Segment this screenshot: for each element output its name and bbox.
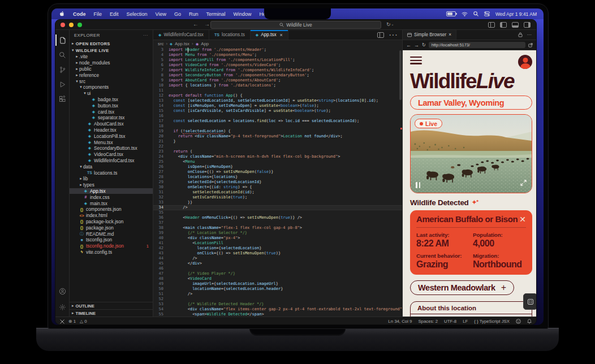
tree-folder-node_modules[interactable]: ▸node_modules [70, 60, 153, 66]
customize-layout-icon[interactable] [488, 22, 495, 28]
explorer-icon[interactable] [55, 33, 69, 47]
status-spaces[interactable]: Spaces: 2 [418, 319, 438, 324]
code-line-12[interactable]: 12export default function App() { [153, 93, 402, 98]
code-line-50[interactable]: 50 locationName={selectedLocation.header… [153, 287, 402, 292]
code-line-49[interactable]: 49 imageUrl={selectedLocation.imageUrl} [153, 281, 402, 287]
breadcrumb-item[interactable]: App [201, 41, 209, 46]
code-line-35[interactable]: 35 [153, 210, 402, 215]
menu-go[interactable]: Go [174, 11, 181, 17]
code-line-30[interactable]: 30 onSelect={(id: string) => { [153, 185, 402, 190]
pause-button[interactable] [416, 182, 420, 188]
code-line-22[interactable]: 22 [153, 144, 402, 149]
code-line-7[interactable]: 7import WildlifeInfoCard from './compone… [153, 68, 402, 73]
code-line-5[interactable]: 5import LocationPill from './components/… [153, 58, 402, 63]
code-line-39[interactable]: 39 {/* Location Selector */} [153, 231, 402, 236]
command-center-search[interactable]: Wildlife Live [210, 21, 381, 29]
history-forward-button[interactable]: → [204, 21, 210, 27]
toggle-secondary-sidebar-icon[interactable] [524, 22, 531, 28]
close-icon[interactable]: ✕ [519, 216, 526, 222]
live-video-card[interactable]: Live [410, 114, 532, 193]
code-line-23[interactable]: 23 return ( [153, 149, 402, 154]
tree-file-tsconfig.json[interactable]: ■tsconfig.json [70, 237, 153, 243]
code-line-4[interactable]: 4import Menu from './components/Menu'; [153, 53, 402, 58]
location-pill[interactable]: Lamar Valley, Wyoming [410, 96, 532, 110]
menu-window[interactable]: Window [233, 11, 251, 17]
tree-folder-public[interactable]: ▸public [70, 66, 153, 72]
editor-tab-App.tsx[interactable]: ◈App.tsx× [251, 30, 288, 40]
code-line-32[interactable]: 32 setIsCardVisible(true); [153, 195, 402, 200]
menu-file[interactable]: File [94, 11, 102, 17]
floating-editor-widget[interactable] [523, 293, 537, 310]
code-line-25[interactable]: 25 <Menu [153, 159, 402, 164]
browser-reload-icon[interactable]: ↻ [422, 42, 426, 47]
search-icon[interactable] [55, 47, 69, 62]
spotlight-search-icon[interactable] [473, 11, 478, 16]
code-line-38[interactable]: 38 <main className="flex-1 flex flex-col… [153, 226, 402, 231]
tree-folder-reference[interactable]: ▸reference [70, 72, 153, 78]
status-ln[interactable]: Ln 34, Col 9 [388, 319, 412, 324]
hamburger-menu-icon[interactable] [410, 57, 422, 64]
more-actions-icon[interactable]: ··· [527, 32, 532, 37]
wifi-icon[interactable] [462, 12, 468, 16]
code-line-17[interactable]: 17 const selectedLocation = locations.fi… [153, 119, 402, 124]
notifications-bell-icon[interactable] [527, 319, 532, 324]
account-icon[interactable] [55, 284, 69, 298]
feedback-icon[interactable] [516, 319, 521, 324]
code-line-31[interactable]: 31 setSelectedLocationId(id); [153, 190, 402, 195]
code-editor[interactable]: 3import Header from './components/Header… [153, 47, 402, 317]
tree-file-package-lock.json[interactable]: {}package-lock.json [70, 219, 153, 225]
code-line-6[interactable]: 6import VideoCard from './components/Vid… [153, 63, 402, 68]
tree-file-README.md[interactable]: ⓘREADME.md [70, 231, 153, 237]
code-line-51[interactable]: 51 /> [153, 292, 402, 297]
tree-folder-components[interactable]: ▾components [70, 84, 153, 90]
code-line-24[interactable]: 24 <div className="min-h-screen min-h-dv… [153, 154, 402, 159]
timeline-section[interactable]: ▸ TIMELINE [70, 309, 153, 317]
code-line-11[interactable]: 11 [153, 88, 402, 93]
tree-folder-ui[interactable]: ▾ui [70, 90, 153, 97]
problems-warnings[interactable]: △ 0 [80, 319, 87, 324]
tab-simple-browser[interactable]: Simple Browser × [403, 30, 456, 40]
toggle-panel-icon[interactable] [512, 22, 519, 28]
run-debug-icon[interactable] [55, 77, 69, 92]
code-line-9[interactable]: 9import AboutCard from './components/Abo… [153, 78, 402, 83]
tree-folder-lib[interactable]: ▸lib [70, 176, 153, 182]
browser-forward-icon[interactable]: → [414, 42, 419, 48]
avatar[interactable] [518, 55, 532, 69]
tree-file-SecondaryButton.tsx[interactable]: ◈SecondaryButton.tsx [70, 145, 153, 151]
split-editor-icon[interactable] [377, 32, 384, 38]
code-line-47[interactable]: 47 {/* Video Player */} [153, 271, 402, 276]
code-line-45[interactable]: 45 </div> [153, 261, 402, 266]
tree-file-VideoCard.tsx[interactable]: ◈VideoCard.tsx [70, 151, 153, 158]
control-center-icon[interactable] [484, 11, 490, 16]
next-species-pill[interactable]: Western Meadowlark + [410, 280, 514, 295]
code-line-15[interactable]: 15 const [isCardVisible, setIsCardVisibl… [153, 109, 402, 114]
tree-file-tsconfig.node.json[interactable]: {}tsconfig.node.json1 [70, 243, 153, 249]
tree-file-main.tsx[interactable]: ◈main.tsx [70, 200, 153, 206]
problems-errors[interactable]: ⊗ 1 [68, 319, 76, 324]
breadcrumb-item[interactable]: App.tsx [175, 41, 189, 46]
status-utf8[interactable]: UTF-8 [444, 319, 456, 324]
more-actions-icon[interactable]: ··· [389, 30, 398, 40]
tree-file-button.tsx[interactable]: ◈button.tsx [70, 102, 153, 109]
url-input[interactable]: http://localhost:5173/ [429, 42, 525, 48]
code-line-10[interactable]: 10import { locations } from './data/loca… [153, 83, 402, 88]
code-line-16[interactable]: 16 [153, 114, 402, 119]
code-line-41[interactable]: 41 <LocationPill [153, 241, 402, 246]
code-line-8[interactable]: 8import SecondaryButton from './componen… [153, 73, 402, 78]
tree-file-AboutCard.tsx[interactable]: ◈AboutCard.tsx [70, 121, 153, 127]
outline-section[interactable]: ▸ OUTLINE [70, 302, 153, 309]
code-line-21[interactable]: 21 } [153, 139, 402, 144]
tree-folder-data[interactable]: ▾data [70, 163, 153, 170]
close-window-button[interactable] [61, 23, 65, 27]
open-external-icon[interactable] [528, 43, 533, 47]
tree-file-locations.ts[interactable]: TSlocations.ts [70, 170, 153, 176]
code-line-28[interactable]: 28 locations={locations} [153, 175, 402, 180]
status-[interactable]: { } TypeScript JSX [474, 319, 510, 324]
tree-file-card.tsx[interactable]: ◈card.tsx [70, 109, 153, 115]
tree-file-WildlifeInfoCard.tsx[interactable]: ◈WildlifeInfoCard.tsx [70, 158, 153, 164]
status-lf[interactable]: LF [463, 319, 468, 324]
code-line-44[interactable]: 44 /> [153, 256, 402, 261]
history-back-button[interactable]: ← [193, 21, 199, 27]
code-line-14[interactable]: 14 const [isMenuOpen, setIsMenuOpen] = u… [153, 103, 402, 109]
tree-file-Menu.tsx[interactable]: ◈Menu.tsx [70, 139, 153, 145]
